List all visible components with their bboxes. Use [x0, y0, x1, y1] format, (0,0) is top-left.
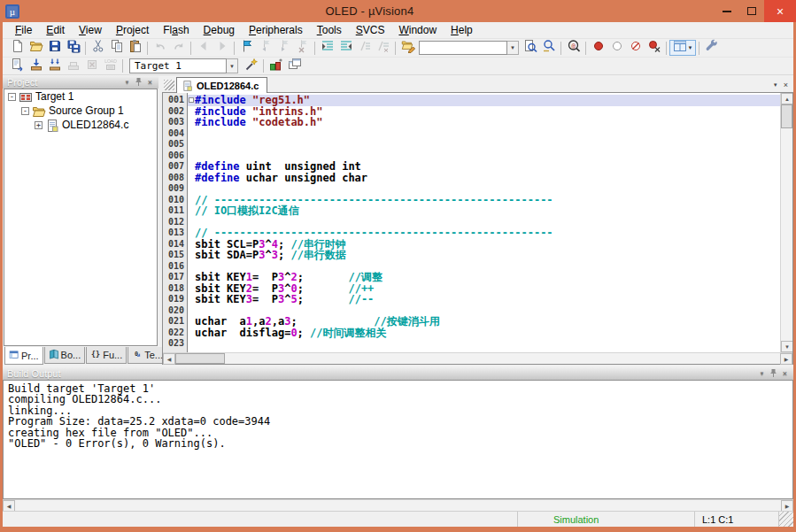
project-panel: Project ▼ × -Target 1-Source Group 1+OLE…	[3, 75, 158, 365]
menu-help[interactable]: Help	[444, 23, 480, 37]
tab-bo[interactable]: Bo...	[44, 347, 86, 364]
open-folder-button[interactable]	[27, 40, 45, 56]
editor-vertical-scrollbar[interactable]: ▲ ▼	[780, 93, 792, 352]
document-tab-row: OLED12864.c ▼ ×	[162, 75, 793, 92]
code-token: uchar unsigned char	[240, 172, 368, 184]
expand-icon[interactable]: +	[35, 121, 43, 129]
bookmark-next-button[interactable]	[274, 40, 293, 56]
tab-fu[interactable]: {}Fu...	[86, 347, 127, 364]
tree-item-target-1[interactable]: -Target 1	[4, 89, 157, 104]
target-combobox[interactable]: Target 1▼	[129, 58, 238, 73]
fold-marker-icon[interactable]	[189, 97, 194, 103]
document-list-button[interactable]: ▼	[773, 82, 778, 88]
breakpoint-toggle-button[interactable]	[589, 40, 607, 56]
manage-components-button[interactable]	[267, 58, 285, 74]
nav-forward-button[interactable]	[213, 40, 231, 56]
code-text-area[interactable]: #include "reg51.h"#include "intrins.h"#i…	[188, 93, 780, 352]
bookmark-prev-button[interactable]	[256, 40, 274, 56]
resize-grip-icon[interactable]	[779, 512, 793, 527]
search-input[interactable]	[419, 41, 507, 55]
build-button[interactable]	[27, 58, 45, 74]
menu-tools[interactable]: Tools	[310, 23, 349, 37]
debug-windows-button[interactable]: ▼	[669, 40, 696, 56]
breakpoint-kill-all-button[interactable]	[645, 40, 663, 56]
nav-back-icon	[197, 39, 211, 57]
document-close-button[interactable]: ×	[784, 81, 788, 89]
find-text-combobox[interactable]: ▼	[419, 41, 519, 55]
breakpoint-kill-button[interactable]	[626, 40, 645, 56]
nav-back-button[interactable]	[194, 40, 213, 56]
collapse-icon[interactable]: -	[21, 107, 29, 115]
scroll-right-button[interactable]: ▶	[780, 353, 792, 365]
cut-button[interactable]	[89, 40, 107, 56]
translate-button[interactable]	[8, 58, 27, 74]
menu-peripherals[interactable]: Peripherals	[242, 23, 310, 37]
collapse-icon[interactable]: -	[8, 93, 16, 101]
save-all-button[interactable]	[64, 40, 82, 56]
options-wand-button[interactable]	[242, 58, 260, 74]
load-flash-button[interactable]: LOAD	[101, 58, 120, 74]
panel-close-button[interactable]: ×	[779, 367, 791, 379]
paste-button[interactable]	[126, 40, 144, 56]
tree-item-oled12864-c[interactable]: +OLED12864.c	[4, 118, 157, 132]
menu-project[interactable]: Project	[109, 23, 156, 37]
toolbar-separator	[147, 42, 148, 55]
panel-dropdown-button[interactable]: ▼	[121, 76, 133, 88]
panel-pin-button[interactable]	[768, 367, 779, 379]
stop-build-button[interactable]	[82, 58, 101, 74]
bookmark-button[interactable]	[237, 40, 256, 56]
target-dropdown-button[interactable]: ▼	[227, 58, 238, 73]
scroll-track[interactable]	[781, 128, 792, 341]
window-copy-button[interactable]	[285, 58, 304, 74]
editor-horizontal-scrollbar[interactable]: ◀ ▶	[163, 352, 792, 364]
code-token: #define	[195, 172, 240, 184]
scroll-down-button[interactable]: ▼	[781, 341, 792, 352]
menu-svcs[interactable]: SVCS	[349, 23, 392, 37]
document-tab[interactable]: OLED12864.c	[176, 77, 267, 93]
batch-build-button[interactable]	[64, 58, 82, 74]
scroll-up-button[interactable]: ▲	[781, 93, 792, 104]
find-in-files-button[interactable]	[521, 40, 539, 56]
outdent-button[interactable]	[336, 40, 355, 56]
svg-text:{}: {}	[91, 350, 100, 359]
scroll-thumb[interactable]	[781, 104, 792, 128]
menu-window[interactable]: Window	[391, 23, 444, 37]
scroll-track[interactable]	[225, 353, 780, 364]
bookmark-clear-button[interactable]	[293, 40, 312, 56]
maximize-icon	[747, 7, 756, 15]
undo-button[interactable]	[151, 40, 169, 56]
incremental-find-button[interactable]	[539, 40, 558, 56]
panel-close-button[interactable]: ×	[144, 76, 156, 88]
scroll-track[interactable]	[15, 500, 781, 511]
search-dropdown-button[interactable]: ▼	[507, 41, 519, 55]
menu-file[interactable]: File	[8, 23, 39, 37]
minimize-button[interactable]	[715, 0, 739, 22]
panel-pin-button[interactable]	[133, 76, 144, 88]
indent-button[interactable]	[318, 40, 336, 56]
tab-pr[interactable]: Pr...	[4, 347, 43, 365]
scroll-thumb[interactable]	[175, 353, 225, 364]
wrench-button[interactable]	[702, 40, 721, 56]
panel-dropdown-button[interactable]: ▼	[756, 367, 768, 379]
maximize-button[interactable]	[739, 0, 764, 22]
app-icon: µ	[5, 4, 19, 19]
save-button[interactable]	[45, 40, 64, 56]
menu-debug[interactable]: Debug	[197, 23, 242, 37]
build-output-scrollbar[interactable]: ◀ ▶	[3, 499, 793, 511]
config-folder-button[interactable]	[398, 40, 417, 56]
menu-flash[interactable]: Flash	[156, 23, 196, 37]
menu-view[interactable]: View	[72, 23, 109, 37]
tree-item-source-group-1[interactable]: -Source Group 1	[4, 104, 157, 118]
scroll-left-button[interactable]: ◀	[163, 353, 175, 365]
comment-button[interactable]	[355, 40, 374, 56]
redo-button[interactable]	[169, 40, 188, 56]
line-number: 020	[163, 305, 184, 317]
menu-edit[interactable]: Edit	[39, 23, 72, 37]
breakpoint-disable-button[interactable]	[607, 40, 626, 56]
find-at-button[interactable]: @	[564, 40, 583, 56]
uncomment-button[interactable]	[374, 40, 392, 56]
rebuild-button[interactable]	[45, 58, 64, 74]
new-file-button[interactable]	[8, 40, 27, 56]
close-button[interactable]: ×	[764, 0, 796, 22]
copy-button[interactable]	[107, 40, 126, 56]
